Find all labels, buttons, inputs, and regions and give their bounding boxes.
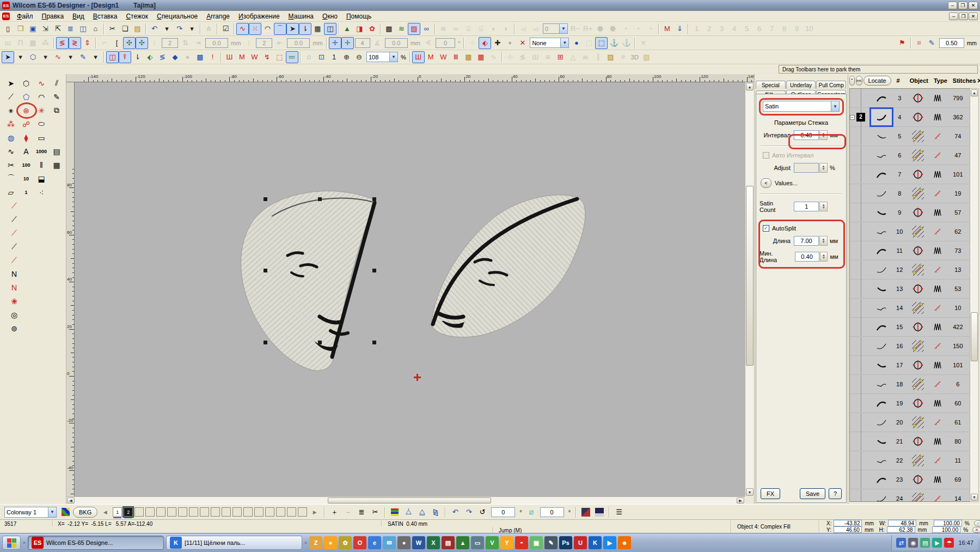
color-swatch-empty[interactable] <box>265 507 274 517</box>
length-spinner[interactable]: ▲▼ <box>819 236 828 246</box>
hscroll-thumb[interactable] <box>328 498 491 504</box>
tool-pen[interactable]: ✎ <box>49 90 64 104</box>
object-row-14[interactable]: 1410 <box>850 299 970 318</box>
object-thumbnail[interactable] <box>871 376 892 392</box>
object-row-17[interactable]: 17101 <box>850 356 970 375</box>
tool-stamp[interactable]: ▤ <box>49 144 64 158</box>
colorway-select[interactable]: Colorway 1▼ <box>4 507 57 518</box>
fx-mm-icon[interactable]: ʍ <box>579 51 592 63</box>
object-thumbnail[interactable] <box>871 414 892 430</box>
zoom-out-icon[interactable]: ⊖ <box>353 51 365 63</box>
outdent-icon[interactable]: ≡ <box>637 37 650 49</box>
reshape-red-icon[interactable]: ⬖ <box>479 37 491 49</box>
tool-rectangle[interactable]: ▭ <box>34 131 49 144</box>
save-icon[interactable]: ▣ <box>27 23 39 35</box>
object-row-5[interactable]: 574 <box>850 127 970 146</box>
menu-7[interactable]: Arrange <box>202 11 234 21</box>
grid-fill-icon[interactable]: ▦ <box>475 51 487 63</box>
add-color-icon[interactable]: ＋ <box>328 506 340 518</box>
right-wing-object[interactable] <box>431 195 585 337</box>
tool-label-1000[interactable]: 1000 <box>34 144 49 158</box>
zoom-1-icon[interactable]: 1 <box>328 51 340 63</box>
fx-button[interactable]: FX <box>761 488 780 499</box>
zoom-lens-icon[interactable]: ◌ <box>303 51 315 63</box>
list-view-icon[interactable]: ☰ <box>613 506 625 518</box>
tool-ellipse[interactable]: ⬭ <box>34 117 49 131</box>
expand-all-icon[interactable]: »« <box>856 76 862 86</box>
obj-scroll-up-icon[interactable]: ▲ <box>971 89 978 96</box>
select-poly-icon[interactable]: ⬚ <box>595 37 608 49</box>
tool-run-a[interactable]: ⟋ <box>7 199 22 213</box>
tatami-stitch-icon[interactable]: ▦ <box>27 37 39 49</box>
thread-chart-icon[interactable]: ≋ <box>395 23 408 35</box>
node-add-icon[interactable]: ✚ <box>491 37 504 49</box>
x-field[interactable]: -43.82 <box>834 520 862 526</box>
taskbar-app-icon[interactable]: ▣ <box>530 536 543 549</box>
fx-florentine-icon[interactable]: ⊹ <box>504 51 517 63</box>
stitch-select-icon[interactable]: ∿ <box>52 51 64 63</box>
scroll-down-icon[interactable]: ▼ <box>746 488 754 496</box>
artwork-icon[interactable]: ✿ <box>366 23 378 35</box>
color-swatch-empty[interactable] <box>232 507 242 517</box>
color-swatch-empty[interactable] <box>276 507 285 517</box>
tool-fleck[interactable]: ⁂ <box>3 117 19 131</box>
chevron-down-icon[interactable]: ▼ <box>831 101 839 111</box>
run-m-icon[interactable]: M <box>236 51 248 63</box>
bookmark-1-icon[interactable]: 1 <box>690 23 703 35</box>
delete-x-icon[interactable]: ✕ <box>516 37 529 49</box>
close-panel-icon[interactable]: ✕ <box>977 77 980 84</box>
tray-icon[interactable]: ▤ <box>920 538 930 548</box>
run-w-icon[interactable]: W <box>248 51 261 63</box>
move2-icon[interactable]: ✛ <box>341 37 354 49</box>
zigzag-w-icon[interactable]: W <box>437 51 450 63</box>
minimize-button[interactable]: – <box>948 2 957 9</box>
wave-icon[interactable]: ∿ <box>487 51 500 63</box>
menu-4[interactable]: Вставка <box>89 11 122 21</box>
tool-cut[interactable]: ✂ <box>3 158 19 172</box>
color-swatch-empty[interactable] <box>287 507 296 517</box>
object-list-scrollbar[interactable]: ▲ ▼ <box>970 88 979 502</box>
bookmark-10-icon[interactable]: 10 <box>803 23 816 35</box>
exclaim-icon[interactable]: ! <box>206 51 219 63</box>
cut-icon[interactable]: ✂ <box>106 23 119 35</box>
undo-dd-icon[interactable]: ▾ <box>161 23 173 35</box>
mdi-close-button[interactable]: ✕ <box>969 13 978 20</box>
thread-bars-icon[interactable] <box>389 506 401 518</box>
object-thumbnail[interactable] <box>871 166 892 183</box>
tool-label-1[interactable]: 1 <box>19 185 34 199</box>
background-icon[interactable]: ▲ <box>341 23 353 35</box>
quick-launch-chevron-icon[interactable]: » <box>23 540 26 545</box>
save-bitmap-icon[interactable] <box>593 506 605 518</box>
portrait-bitmap-icon[interactable] <box>580 506 592 518</box>
taskbar-app-icon[interactable]: O <box>353 536 366 549</box>
tool-run-d[interactable]: ⟋ <box>7 240 22 253</box>
toolbar-chevron-icon[interactable]: » <box>304 540 307 545</box>
h-field[interactable]: 62.38 <box>887 526 915 533</box>
hoop-icon[interactable]: ◫ <box>106 51 119 63</box>
tool-lettering[interactable]: A <box>19 144 34 158</box>
selection-handle[interactable] <box>318 341 322 344</box>
fleck-view-icon[interactable]: ⁙ <box>249 23 261 35</box>
redo-icon[interactable]: ↷ <box>173 23 186 35</box>
color-swatch-empty[interactable] <box>200 507 209 517</box>
object-row-22[interactable]: 2211 <box>850 451 970 470</box>
bookmark-8-icon[interactable]: 8 <box>778 23 791 35</box>
paste-icon[interactable]: ▤ <box>131 23 144 35</box>
select-tool-icon[interactable]: ➤ <box>2 51 14 63</box>
rotate-ccw-icon[interactable]: ↶ <box>449 506 461 518</box>
zoom-box-icon[interactable]: ⊡ <box>315 51 328 63</box>
taskbar-app-icon[interactable]: ▶ <box>603 536 616 549</box>
tray-icon[interactable]: ⇄ <box>896 538 906 548</box>
speaker1-icon[interactable]: ◅ <box>517 23 529 35</box>
scale-y-field[interactable]: 100.00 <box>932 526 960 533</box>
star2-icon[interactable]: ✣ <box>136 37 148 49</box>
design-canvas[interactable] <box>75 82 745 496</box>
selection-handle[interactable] <box>318 197 322 201</box>
fx-fancy-icon[interactable]: ▨ <box>640 51 653 63</box>
adjust-field[interactable] <box>794 163 819 173</box>
fx-lines-icon[interactable]: ≡ <box>617 51 629 63</box>
pen-tool-icon[interactable]: ✎ <box>77 51 89 63</box>
pattern-box-icon[interactable]: ▩ <box>194 51 206 63</box>
poly-select-icon[interactable]: ⬡ <box>27 51 39 63</box>
tray-icon[interactable]: ☂ <box>944 538 954 548</box>
